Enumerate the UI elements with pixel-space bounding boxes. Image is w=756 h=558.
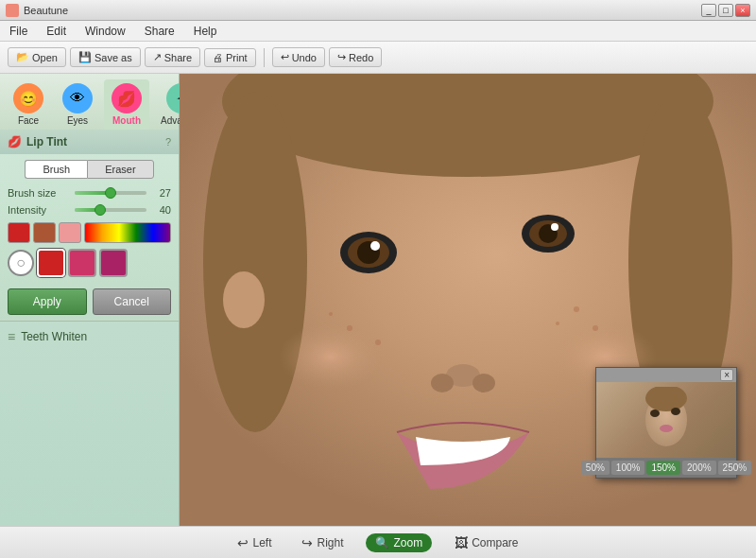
tab-eyes[interactable]: 👁 Eyes [55,79,100,130]
face-icon: 😊 [13,83,43,113]
teeth-whiten-section[interactable]: ≡ Teeth Whiten [0,322,179,352]
title-bar: Beautune _ □ × [0,0,756,21]
color-swatch-rainbow[interactable] [84,222,171,243]
menu-bar: File Edit Window Share Help [0,21,756,42]
menu-file[interactable]: File [4,23,33,40]
intensity-thumb[interactable] [94,204,106,216]
svg-point-22 [593,325,598,331]
menu-window[interactable]: Window [79,23,131,40]
compare-button[interactable]: 🖼 Compare [447,532,525,553]
svg-point-17 [472,374,495,392]
zoom-panel-header: × [596,368,736,382]
zoom-icon: 🔍 [375,536,389,549]
tab-mouth[interactable]: 💋 Mouth [104,79,149,130]
intensity-row: Intensity 40 [0,201,179,218]
zoom-panel: × 50% [595,367,737,479]
svg-point-2 [203,92,307,432]
open-button[interactable]: 📂 Open [8,47,66,67]
right-button[interactable]: ↪ Right [294,532,351,553]
zoom-thumb-svg [638,387,695,453]
zoom-250-button[interactable]: 250% [718,461,752,475]
eyes-icon: 👁 [62,83,93,113]
redo-icon: ↪ [337,51,346,63]
zoom-50-button[interactable]: 50% [581,461,610,475]
share-button[interactable]: ↗ Share [145,47,200,67]
zoom-close-button[interactable]: × [720,369,733,381]
print-icon: 🖨 [213,52,223,63]
svg-point-20 [329,312,333,316]
zoom-200-button[interactable]: 200% [682,461,716,475]
tab-eyes-label: Eyes [67,115,88,126]
minimize-button[interactable]: _ [701,4,716,17]
title-bar-controls: _ □ × [701,4,750,17]
help-icon[interactable]: ? [165,136,171,148]
color-swatch-brown[interactable] [33,222,56,243]
tab-mouth-label: Mouth [112,115,141,126]
brush-size-label: Brush size [8,187,69,199]
action-row: Apply Cancel [0,283,179,321]
close-button[interactable]: × [735,4,750,17]
zoom-150-button[interactable]: 150% [646,461,680,475]
brush-size-row: Brush size 27 [0,184,179,201]
undo-button[interactable]: ↩ Undo [272,47,325,67]
svg-point-16 [431,374,454,392]
panel-content: 💋 Lip Tint ? Brush Eraser Brush size [0,130,179,526]
eraser-button[interactable]: Eraser [87,160,153,179]
brush-eraser-row: Brush Eraser [0,154,179,184]
tab-face[interactable]: 😊 Face [6,79,51,130]
menu-share[interactable]: Share [139,23,180,40]
print-button[interactable]: 🖨 Print [204,48,256,67]
feature-tabs: 😊 Face 👁 Eyes 💋 Mouth ✦ Advanced [0,74,179,130]
cancel-button[interactable]: Cancel [93,288,172,315]
intensity-label: Intensity [8,204,69,216]
main-layout: 😊 Face 👁 Eyes 💋 Mouth ✦ Advanced [0,74,756,526]
brush-size-thumb[interactable] [105,187,116,199]
apply-button[interactable]: Apply [8,288,87,315]
color-swatch-circle[interactable] [8,250,34,276]
zoom-levels: 50% 100% 150% 200% 250% [596,458,736,478]
color-swatch-lg-purple[interactable] [99,249,128,277]
svg-point-26 [650,410,660,417]
brush-button[interactable]: Brush [25,160,87,179]
lip-tint-header[interactable]: 💋 Lip Tint ? [0,130,179,154]
maximize-button[interactable]: □ [718,4,733,17]
color-swatch-pink[interactable] [59,222,81,243]
color-palette-row2 [0,247,179,283]
svg-point-27 [671,408,680,415]
menu-edit[interactable]: Edit [41,23,72,40]
svg-point-19 [375,340,381,345]
open-icon: 📂 [16,51,29,63]
color-palette-row1 [0,218,179,247]
canvas-area: × 50% [180,74,756,526]
intensity-track[interactable] [75,208,146,212]
lip-tint-section: 💋 Lip Tint ? Brush Eraser Brush size [0,130,179,322]
teeth-label: Teeth Whiten [21,330,87,343]
app-title: Beautune [24,5,68,16]
svg-point-4 [223,271,265,328]
brush-size-track[interactable] [75,191,146,195]
menu-help[interactable]: Help [188,23,223,40]
svg-point-23 [556,322,559,325]
brush-size-value: 27 [152,187,171,199]
color-swatch-lg-red[interactable] [37,249,65,277]
zoom-100-button[interactable]: 100% [611,461,645,475]
undo-icon: ↩ [281,51,289,63]
saveas-icon: 💾 [78,51,92,63]
compare-icon: 🖼 [455,535,468,550]
bottom-bar: ↩ Left ↪ Right 🔍 Zoom 🖼 Compare [0,526,756,558]
color-swatch-red[interactable] [8,222,30,243]
color-swatch-lg-magenta[interactable] [68,249,96,277]
saveas-button[interactable]: 💾 Save as [70,47,141,67]
svg-point-21 [574,306,579,312]
svg-point-5 [279,323,383,390]
zoom-button[interactable]: 🔍 Zoom [366,533,432,552]
share-icon: ↗ [153,51,162,63]
left-icon: ↩ [237,535,249,550]
svg-point-14 [551,223,558,231]
left-button[interactable]: ↩ Left [230,532,279,553]
svg-point-18 [347,325,352,331]
tab-face-label: Face [18,115,39,126]
redo-button[interactable]: ↪ Redo [329,47,382,67]
right-icon: ↪ [301,535,313,550]
zoom-thumbnail [596,382,736,458]
